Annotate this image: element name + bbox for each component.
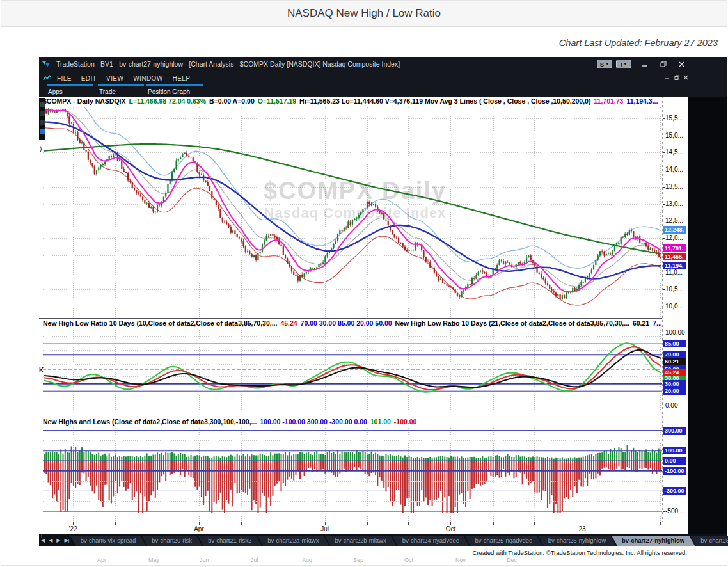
workspace-tab-bv-chart6-vix-spread[interactable]: bv-chart6-vix-spread: [70, 536, 146, 546]
indicator-status-text: 45.24: [280, 319, 299, 327]
last-tab-icon[interactable]: ▶|: [64, 538, 69, 543]
time-axis-label: '22: [69, 525, 77, 532]
child-restore-button[interactable]: [673, 74, 681, 81]
time-axis-tick: [73, 522, 74, 525]
highlow-panel-header: New Highs and Lows (Close of data2,Close…: [43, 418, 684, 427]
menu-window[interactable]: WINDOW: [133, 75, 162, 82]
menu-view[interactable]: VIEW: [106, 75, 123, 82]
clipped-month-label: Sep: [353, 557, 363, 563]
time-axis-tick: [624, 522, 624, 525]
price-badge: 20.00: [663, 387, 686, 395]
indicator-status-text: L=11,466.98 72.04 0.63%: [129, 97, 207, 105]
price-badge: 30.00: [663, 380, 686, 388]
chart-line-icon: [43, 74, 52, 81]
toolbar-cell[interactable]: [40, 111, 45, 116]
restore-button[interactable]: [658, 60, 669, 68]
price-panel-plot[interactable]: [43, 107, 662, 318]
workspace-tab-bv-chart24-nyadvdec[interactable]: bv-chart24-nyadvdec: [392, 536, 470, 546]
panel-divider: [39, 318, 688, 319]
time-axis-tick: [660, 522, 661, 525]
indicator-button[interactable]: I▼: [616, 60, 631, 68]
price-badge: 100.00: [663, 447, 686, 454]
prev-tab-icon[interactable]: ◀: [49, 538, 52, 543]
chart-client-area: $COMPX - Daily NASDQIX L=11,466.98 72.04…: [39, 97, 727, 555]
axis-tick-label: 15,0...: [665, 132, 683, 139]
clipped-month-label: Jun: [200, 557, 209, 563]
last-updated-text: Chart Last Updated: February 27 2023: [559, 38, 718, 48]
clipped-axis-artifact: ): [40, 145, 42, 152]
style-button[interactable]: S▼: [597, 60, 612, 68]
app-tab-apps[interactable]: Apps: [47, 84, 93, 97]
workspace-tab-bv-chart25-nqadvdec[interactable]: bv-chart25-nqadvdec: [464, 536, 542, 546]
menu-edit[interactable]: EDIT: [81, 75, 97, 82]
time-axis-tick: [115, 522, 116, 525]
time-axis-tick: [367, 522, 368, 525]
axis-tick-label: 11,0...: [665, 269, 683, 276]
time-axis-tick: [325, 522, 326, 525]
time-axis-label: Apr: [194, 525, 204, 532]
clipped-month-label: Oct: [404, 557, 413, 563]
axis-tick-label: 13,0...: [665, 200, 683, 207]
indicator-status-text: New Highs and Lows (Close of data2,Close…: [43, 418, 258, 426]
highlow-panel-plot[interactable]: [43, 428, 662, 522]
time-axis-tick: [199, 522, 200, 525]
price-badge: -100.00: [663, 467, 686, 475]
app-tab-position-graph[interactable]: Position Graph: [146, 84, 203, 97]
ratio-panel-header: New High Low Ratio 10 Days (10,Close of …: [43, 319, 684, 329]
toolbar-cell[interactable]: [40, 120, 45, 125]
price-badge: 60.21: [663, 358, 686, 365]
workspace-tab-bv-chart28-vix-bolbands[interactable]: bv-chart28-vix-bolbands: [690, 536, 728, 546]
axis-tick-label: 12,0...: [665, 234, 683, 241]
toolbar-cell-active[interactable]: [40, 129, 45, 134]
menu-file[interactable]: FILE: [57, 75, 72, 82]
axis-tick-label: 13,5...: [665, 183, 683, 190]
child-minimize-button[interactable]: [663, 74, 671, 81]
menu-items: FILEEDITVIEWWINDOWHELP: [57, 72, 200, 83]
next-tab-icon[interactable]: ▶: [56, 538, 60, 543]
caret-down-icon: ▼: [623, 62, 627, 66]
restore-icon: [660, 61, 667, 67]
workspace-tab-bv-chart21-risk2[interactable]: bv-chart21-risk2: [198, 536, 262, 546]
tradestation-logo-icon: [42, 60, 52, 68]
axis-tick-label: 12,5...: [665, 217, 683, 224]
axis-tick-label: 0.00: [665, 402, 677, 409]
time-axis[interactable]: '22AprJulOct'23: [39, 522, 688, 534]
app-tab-trade[interactable]: Trade: [98, 84, 144, 97]
workspace-tab-bv-chart26-nyhighlow[interactable]: bv-chart26-nyhighlow: [538, 536, 616, 546]
ratio-panel-plot[interactable]: [43, 330, 662, 417]
indicator-status-text: 11,194.3...: [626, 97, 658, 105]
first-tab-icon[interactable]: |◀: [41, 532, 45, 543]
workspace-tab-bv-chart22b-mktwx[interactable]: bv-chart22b-mktwx: [324, 536, 396, 546]
workspace-tab-bv-chart20-risk[interactable]: bv-chart20-risk: [141, 536, 202, 546]
close-icon: [679, 61, 684, 67]
workspace-tab-bv-chart22a-mktwx[interactable]: bv-chart22a-mktwx: [257, 536, 329, 546]
price-axis-column[interactable]: 15,5...15,0...14,5...14,0...13,5...13,0.…: [662, 97, 688, 522]
close-button[interactable]: [676, 60, 686, 68]
time-axis-tick: [493, 522, 494, 525]
workspace-tabs: bv-chart6-vix-spreadbv-chart20-riskbv-ch…: [75, 536, 728, 546]
workspace-tab-bv-chart27-nyhighlow[interactable]: bv-chart27-nyhighlow: [612, 536, 695, 546]
window-titlebar[interactable]: TradeStation - BV1 - bv-chart27-nyhighlo…: [39, 57, 727, 71]
child-close-button[interactable]: [682, 74, 690, 81]
toolbar-cell[interactable]: [40, 102, 45, 107]
indicator-status-text: Hi=11,565.23 Lo=11,444.60 V=4,376,119 Mo…: [299, 97, 592, 105]
indicator-status-text: New High Low Ratio 10 Days (21,Close of …: [395, 319, 631, 327]
floating-toolbar-fragment[interactable]: [39, 98, 45, 140]
price-panel-header: $COMPX - Daily NASDQIX L=11,466.98 72.04…: [43, 97, 684, 107]
clipped-month-label: Apr: [97, 557, 106, 563]
indicator-status-text: 70.00 30.00 85.00 20.00 50.00: [301, 319, 394, 327]
axis-tick-label: 100.00: [665, 329, 685, 336]
close-icon: [683, 75, 688, 80]
app-tab-bar: AppsTradePosition Graph: [39, 84, 727, 97]
page-header: NASDAQ New High / Low Ratio: [1, 1, 727, 27]
indicator-status-text: New High Low Ratio 10 Days (10,Close of …: [43, 319, 279, 327]
copyright-text: Created with TradeStation. ©TradeStation…: [473, 549, 727, 556]
app-tab-label: Position Graph: [146, 86, 203, 95]
time-axis-tick: [157, 522, 157, 525]
menu-help[interactable]: HELP: [173, 75, 191, 82]
tradestation-window: TradeStation - BV1 - bv-chart27-nyhighlo…: [39, 57, 727, 555]
price-badge: 0.00: [663, 457, 686, 465]
minimize-button[interactable]: [639, 60, 649, 68]
axis-tick-label: 10,0...: [665, 303, 683, 310]
workspace-tab-strip: |◀◀▶▶| bv-chart6-vix-spreadbv-chart20-ri…: [39, 534, 727, 546]
